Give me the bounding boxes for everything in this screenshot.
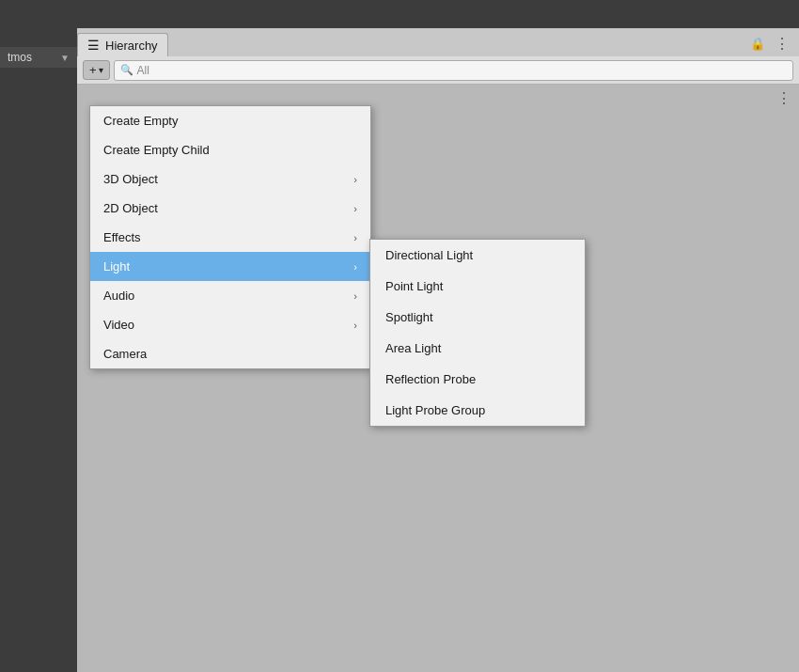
menu-item-label: Effects: [103, 230, 141, 244]
primary-menu-item-camera[interactable]: Camera: [90, 339, 370, 368]
add-dropdown-arrow: ▾: [99, 65, 103, 75]
submenu-arrow-icon: ›: [353, 261, 357, 273]
submenu-item-directional-light[interactable]: Directional Light: [370, 240, 585, 271]
primary-menu-item-light[interactable]: Light›: [90, 252, 370, 281]
hierarchy-title: Hierarchy: [105, 39, 158, 53]
submenu-item-label: Spotlight: [385, 310, 433, 324]
titlebar-dots-icon[interactable]: ⋮: [775, 35, 790, 53]
menu-item-label: Camera: [103, 347, 147, 361]
submenu-item-label: Point Light: [385, 279, 443, 293]
submenu-arrow-icon: ›: [353, 290, 357, 302]
menu-item-label: Light: [103, 259, 130, 273]
scene-dots-icon[interactable]: ⋮: [776, 89, 791, 107]
search-box[interactable]: 🔍 All: [114, 60, 793, 81]
menu-item-label: 3D Object: [103, 172, 158, 186]
submenu-arrow-icon: ›: [353, 232, 357, 243]
lock-icon[interactable]: 🔒: [750, 37, 765, 51]
submenu-item-label: Reflection Probe: [385, 372, 476, 386]
submenu-dropdown: Directional LightPoint LightSpotlightAre…: [369, 239, 586, 427]
add-plus-label: +: [89, 63, 97, 77]
submenu-item-label: Light Probe Group: [385, 403, 485, 417]
submenu-arrow-icon: ›: [353, 320, 357, 331]
menu-item-label: Create Empty Child: [103, 143, 210, 157]
primary-menu-item-effects[interactable]: Effects›: [90, 223, 370, 252]
hierarchy-tab[interactable]: ☰ Hierarchy: [77, 33, 168, 56]
hierarchy-list-icon: ☰: [87, 38, 100, 53]
hierarchy-toolbar: + ▾ 🔍 All: [77, 56, 799, 85]
submenu-arrow-icon: ›: [353, 203, 357, 214]
submenu-item-area-light[interactable]: Area Light: [370, 333, 585, 364]
left-arrow-icon: ▼: [60, 53, 70, 63]
primary-menu-item-create-empty[interactable]: Create Empty: [90, 106, 370, 135]
primary-menu-item-2d-object[interactable]: 2D Object›: [90, 194, 370, 223]
top-bar: ⋮: [0, 0, 799, 28]
menu-item-label: 2D Object: [103, 201, 158, 215]
primary-menu-item-create-empty-child[interactable]: Create Empty Child: [90, 135, 370, 164]
submenu-arrow-icon: ›: [353, 174, 357, 185]
primary-menu-item-video[interactable]: Video›: [90, 310, 370, 339]
primary-menu-item-3d-object[interactable]: 3D Object›: [90, 164, 370, 194]
hierarchy-titlebar-container: ☰ Hierarchy 🔒 ⋮: [77, 28, 799, 56]
menu-item-label: Video: [103, 318, 134, 332]
left-panel: tmos ▼: [0, 0, 77, 672]
submenu-item-label: Area Light: [385, 341, 441, 355]
primary-dropdown: Create EmptyCreate Empty Child3D Object›…: [89, 105, 371, 369]
search-icon: 🔍: [120, 64, 133, 76]
submenu-item-label: Directional Light: [385, 248, 473, 262]
submenu-item-spotlight[interactable]: Spotlight: [370, 302, 585, 333]
submenu-item-light-probe-group[interactable]: Light Probe Group: [370, 395, 585, 426]
menu-item-label: Audio: [103, 289, 134, 303]
search-placeholder: All: [137, 64, 149, 77]
primary-menu-item-audio[interactable]: Audio›: [90, 281, 370, 310]
left-label-row[interactable]: tmos ▼: [0, 47, 77, 68]
submenu-item-point-light[interactable]: Point Light: [370, 271, 585, 302]
menu-item-label: Create Empty: [103, 114, 178, 128]
left-label-text: tmos: [8, 51, 32, 64]
submenu-item-reflection-probe[interactable]: Reflection Probe: [370, 364, 585, 395]
add-button[interactable]: + ▾: [83, 60, 110, 80]
